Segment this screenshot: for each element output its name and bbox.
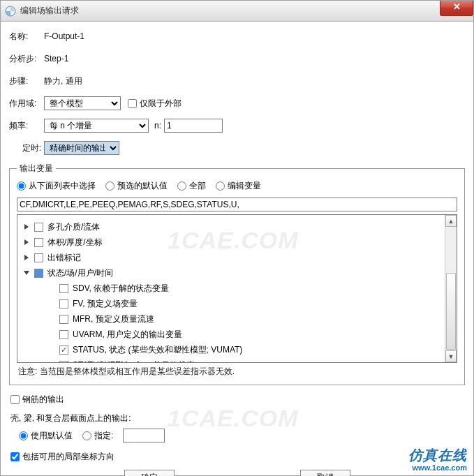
expand-icon[interactable]	[23, 254, 30, 261]
window-title: 编辑场输出请求	[20, 5, 79, 17]
local-dirs-label: 包括可用的局部坐标方向	[22, 451, 114, 463]
timing-label: 定时:	[9, 142, 44, 154]
procedure-value: 静力, 通用	[44, 75, 82, 87]
note-label: 注意:	[18, 366, 37, 376]
frequency-label: 频率:	[9, 120, 44, 132]
app-icon	[5, 6, 16, 17]
scroll-up-button[interactable]: ▲	[445, 215, 457, 227]
tree-leaf-uvarm[interactable]: UVARM, 用户定义的输出变量	[20, 327, 454, 342]
tree-node-label: 状态/场/用户/时间	[47, 267, 113, 279]
tree-checkbox[interactable]	[59, 284, 68, 293]
tree-leaf-label: MFR, 预定义质量流速	[73, 313, 154, 325]
exterior-only-checkbox[interactable]	[128, 99, 137, 108]
radio-use-default[interactable]	[19, 431, 28, 440]
tree-node-error[interactable]: 出错标记	[20, 250, 454, 265]
close-icon: ✕	[453, 1, 461, 12]
tree-leaf-label: STATUSXFEM, xfem 单元的状态	[73, 359, 195, 364]
tree-leaf-label: STATUS, 状态 (某些失效和塑性模型; VUMAT)	[73, 344, 242, 356]
n-label: n:	[154, 121, 161, 131]
dialog-window: 编辑场输出请求 ✕ 名称: F-Output-1 分析步: Step-1 步骤:…	[0, 0, 474, 476]
tree-checkbox[interactable]	[59, 361, 68, 364]
tree-checkbox-partial[interactable]	[34, 269, 43, 278]
step-value: Step-1	[44, 54, 68, 64]
tree-checkbox[interactable]	[34, 253, 43, 262]
tree-leaf-statusxfem[interactable]: STATUSXFEM, xfem 单元的状态	[20, 357, 454, 363]
tree-node-porous[interactable]: 多孔介质/流体	[20, 219, 454, 235]
radio-specify[interactable]	[82, 431, 91, 440]
cancel-button[interactable]: 取消	[300, 470, 350, 476]
tree-checkbox[interactable]	[34, 238, 43, 247]
tree-checkbox[interactable]	[59, 315, 68, 324]
tree-leaf-status[interactable]: STATUS, 状态 (某些失效和塑性模型; VUMAT)	[20, 342, 454, 357]
tree-checkbox[interactable]	[59, 330, 68, 339]
radio-from-list[interactable]	[17, 181, 26, 191]
domain-select[interactable]: 整个模型	[44, 96, 121, 110]
variables-summary-input[interactable]	[17, 198, 457, 211]
radio-use-default-label: 使用默认值	[31, 430, 73, 442]
titlebar: 编辑场输出请求 ✕	[1, 1, 473, 22]
tree-leaf-label: FV, 预定义场变量	[73, 298, 138, 310]
tree-node-label: 多孔介质/流体	[47, 221, 100, 233]
radio-preselected-label: 预选的默认值	[117, 180, 168, 192]
radio-preselected[interactable]	[105, 181, 114, 191]
tree-node-label: 体积/厚度/坐标	[47, 237, 103, 248]
tree-leaf-fv[interactable]: FV, 预定义场变量	[20, 296, 454, 311]
tree-leaf-sdv[interactable]: SDV, 依赖于解的状态变量	[20, 281, 454, 296]
radio-all-label: 全部	[189, 180, 206, 192]
tree-checkbox[interactable]	[34, 223, 43, 232]
note-row: 注意: 当范围是整体模型或相互作用是某些误差指示器无效.	[17, 363, 457, 379]
variables-tree[interactable]: 多孔介质/流体 体积/厚度/坐标 出错标记 状态/场/用户/时间	[17, 215, 457, 363]
tree-node-label: 出错标记	[47, 252, 81, 264]
tree-checkbox[interactable]	[59, 299, 68, 308]
tree-leaf-mfr[interactable]: MFR, 预定义质量流速	[20, 311, 454, 327]
frequency-select[interactable]: 每 n 个增量	[44, 119, 149, 133]
tree-checkbox-checked[interactable]	[59, 345, 68, 355]
scroll-thumb[interactable]	[446, 273, 456, 350]
step-label: 分析步:	[9, 53, 44, 65]
domain-label: 作用域:	[9, 98, 44, 110]
timing-select[interactable]: 精确时间的输出	[44, 141, 119, 155]
n-input[interactable]	[164, 119, 223, 133]
output-variables-group: 输出变量 从下面列表中选择 预选的默认值 全部 编辑变量	[9, 163, 465, 385]
scroll-down-button[interactable]: ▼	[445, 350, 457, 362]
name-value: F-Output-1	[44, 31, 84, 41]
specify-input[interactable]	[123, 429, 165, 442]
tree-node-volume[interactable]: 体积/厚度/坐标	[20, 235, 454, 250]
tree-scrollbar[interactable]: ▲ ▼	[445, 215, 457, 362]
radio-edit[interactable]	[216, 181, 225, 191]
rebar-label: 钢筋的输出	[22, 394, 64, 406]
expand-icon[interactable]	[23, 239, 30, 246]
tree-leaf-label: UVARM, 用户定义的输出变量	[73, 329, 182, 341]
output-variables-legend: 输出变量	[17, 163, 56, 174]
exterior-only-label: 仅限于外部	[140, 98, 182, 110]
radio-specify-label: 指定:	[94, 430, 113, 442]
rebar-checkbox[interactable]	[10, 395, 20, 404]
radio-edit-label: 编辑变量	[228, 180, 261, 192]
tree-node-state[interactable]: 状态/场/用户/时间	[20, 265, 454, 281]
section-points-label: 壳, 梁, 和复合层截面点上的输出:	[10, 412, 464, 424]
tree-leaf-label: SDV, 依赖于解的状态变量	[73, 283, 169, 295]
radio-all[interactable]	[177, 181, 186, 191]
expand-icon[interactable]	[23, 223, 30, 230]
note-text: 当范围是整体模型或相互作用是某些误差指示器无效.	[40, 366, 235, 376]
collapse-icon[interactable]	[23, 269, 30, 276]
radio-from-list-label: 从下面列表中选择	[29, 180, 96, 192]
name-label: 名称:	[9, 31, 44, 43]
ok-button[interactable]: 确定	[124, 470, 175, 476]
local-dirs-checkbox[interactable]	[10, 452, 20, 461]
dialog-content: 名称: F-Output-1 分析步: Step-1 步骤: 静力, 通用 作用…	[1, 22, 473, 476]
close-button[interactable]: ✕	[440, 1, 473, 16]
procedure-label: 步骤:	[9, 75, 44, 87]
